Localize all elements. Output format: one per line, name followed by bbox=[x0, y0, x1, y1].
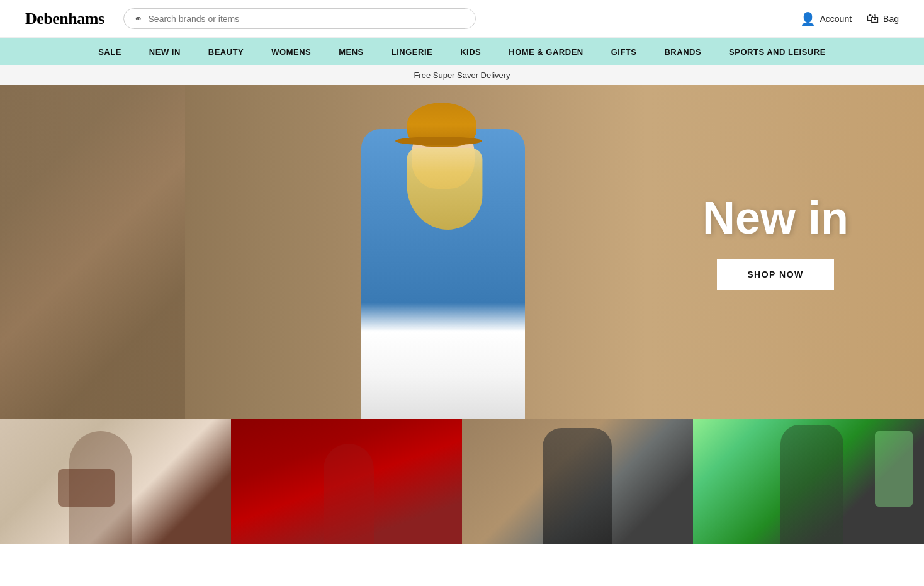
nav-item-brands[interactable]: BRANDS bbox=[650, 38, 715, 65]
thumb-figure-4 bbox=[780, 425, 843, 544]
nav-item-beauty[interactable]: BEAUTY bbox=[194, 38, 257, 65]
nav-item-sports-leisure[interactable]: SPORTS AND LEISURE bbox=[715, 38, 840, 65]
hero-banner: New in SHOP NOW bbox=[0, 85, 924, 419]
nav-item-lingerie[interactable]: LINGERIE bbox=[378, 38, 446, 65]
search-icon: ⚭ bbox=[134, 13, 142, 25]
hero-title: New in bbox=[702, 195, 848, 240]
hero-text-block: New in SHOP NOW bbox=[702, 195, 848, 290]
nav-item-new-in[interactable]: NEW IN bbox=[135, 38, 194, 65]
thumbnail-coats[interactable] bbox=[462, 419, 693, 544]
promo-bar: Free Super Saver Delivery bbox=[0, 65, 924, 85]
search-input[interactable] bbox=[149, 14, 465, 24]
promo-text: Free Super Saver Delivery bbox=[414, 70, 510, 80]
bag-link[interactable]: 🛍 Bag bbox=[867, 11, 899, 26]
account-icon: 👤 bbox=[800, 11, 816, 26]
nav-item-home-garden[interactable]: HOME & GARDEN bbox=[495, 38, 597, 65]
category-thumbnails bbox=[0, 419, 924, 544]
thumbnail-bags[interactable] bbox=[0, 419, 231, 544]
account-link[interactable]: 👤 Account bbox=[800, 11, 852, 26]
nav-item-gifts[interactable]: GIFTS bbox=[597, 38, 651, 65]
account-label: Account bbox=[820, 14, 852, 24]
thumb-bag bbox=[58, 469, 115, 507]
hero-cta-button[interactable]: SHOP NOW bbox=[717, 259, 834, 290]
thumb-shelf bbox=[875, 431, 913, 507]
search-bar: ⚭ bbox=[123, 8, 476, 29]
thumbnail-beauty[interactable] bbox=[693, 419, 924, 544]
nav-item-womens[interactable]: WOMENS bbox=[257, 38, 325, 65]
thumb-figure-2 bbox=[324, 444, 374, 544]
bag-label: Bag bbox=[883, 14, 899, 24]
bag-icon: 🛍 bbox=[867, 11, 879, 26]
nav-item-sale[interactable]: SALE bbox=[84, 38, 135, 65]
header-actions: 👤 Account 🛍 Bag bbox=[800, 11, 899, 26]
hero-column-left bbox=[0, 85, 185, 419]
figure-hat-brim bbox=[395, 137, 482, 145]
thumb-figure-3 bbox=[543, 428, 612, 544]
site-header: Debenhams ⚭ 👤 Account 🛍 Bag bbox=[0, 0, 924, 38]
nav-item-mens[interactable]: MENS bbox=[325, 38, 378, 65]
hero-figure bbox=[324, 85, 563, 419]
thumbnail-knitwear[interactable] bbox=[231, 419, 462, 544]
nav-item-kids[interactable]: KIDS bbox=[446, 38, 495, 65]
site-logo[interactable]: Debenhams bbox=[25, 9, 104, 28]
main-nav: SALENEW INBEAUTYWOMENSMENSLINGERIEKIDSHO… bbox=[0, 38, 924, 65]
